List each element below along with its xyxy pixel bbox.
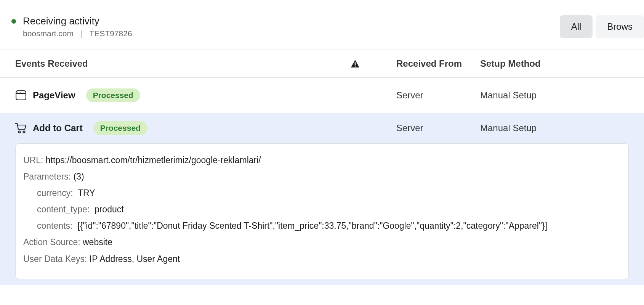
param-currency: currency: TRY	[23, 186, 621, 201]
cart-icon	[15, 122, 27, 134]
event-row-add-to-cart[interactable]: Add to Cart Processed Server Manual Setu…	[0, 113, 644, 143]
header-left: Receiving activity boosmart.com | TEST97…	[11, 15, 132, 38]
col-setup-method: Setup Method	[480, 58, 644, 69]
detail-url-value: https://boosmart.com/tr/hizmetlerimiz/go…	[46, 155, 261, 165]
svg-point-6	[20, 92, 21, 93]
detail-parameters-line: Parameters: (3)	[23, 169, 621, 184]
tab-browser[interactable]: Brows	[596, 15, 644, 38]
detail-url-label: URL:	[23, 155, 43, 165]
detail-user-data-keys-label: User Data Keys:	[23, 254, 87, 264]
browser-window-icon	[15, 90, 27, 101]
svg-point-5	[19, 92, 19, 93]
param-value: TRY	[78, 188, 95, 198]
col-warning-icon	[351, 59, 396, 68]
detail-user-data-keys-value: IP Address, User Agent	[90, 254, 180, 264]
svg-point-8	[23, 131, 25, 133]
subtitle-row: boosmart.com | TEST97826	[23, 29, 132, 38]
tabs: All Brows	[560, 15, 644, 38]
param-content-type: content_type: product	[23, 202, 621, 217]
event-cell: Add to Cart Processed	[15, 121, 351, 135]
warning-icon	[351, 59, 360, 68]
page-title: Receiving activity	[23, 15, 132, 27]
col-received-from: Received From	[396, 58, 480, 69]
setup-method-cell: Manual Setup	[480, 123, 644, 133]
param-value: [{"id":"67890","title":"Donut Friday Sce…	[77, 221, 547, 231]
detail-action-source-label: Action Source:	[23, 237, 80, 247]
domain-text: boosmart.com	[23, 29, 74, 38]
expanded-wrapper: Add to Cart Processed Server Manual Setu…	[0, 113, 644, 285]
page-header: Receiving activity boosmart.com | TEST97…	[0, 0, 644, 50]
status-badge: Processed	[93, 121, 147, 135]
param-contents: contents: [{"id":"67890","title":"Donut …	[23, 218, 621, 233]
detail-action-source-value: website	[83, 237, 112, 247]
received-from-cell: Server	[396, 123, 480, 133]
detail-parameters-label: Parameters:	[23, 172, 71, 181]
svg-point-4	[18, 92, 18, 93]
detail-action-source-line: Action Source: website	[23, 235, 621, 250]
param-key: content_type:	[37, 204, 90, 214]
param-key: currency:	[37, 188, 73, 198]
param-key: contents:	[37, 221, 72, 231]
setup-method-cell: Manual Setup	[480, 90, 644, 101]
svg-point-7	[18, 131, 20, 133]
svg-rect-1	[355, 66, 356, 67]
received-from-cell: Server	[396, 90, 480, 101]
tab-all[interactable]: All	[560, 15, 593, 38]
status-indicator-dot	[11, 19, 16, 24]
event-details-panel: URL: https://boosmart.com/tr/hizmetlerim…	[15, 143, 629, 279]
title-block: Receiving activity boosmart.com | TEST97…	[23, 15, 132, 38]
event-row-pageview[interactable]: PageView Processed Server Manual Setup	[0, 78, 644, 113]
detail-url-line: URL: https://boosmart.com/tr/hizmetlerim…	[23, 153, 621, 168]
table-header: Events Received Received From Setup Meth…	[0, 50, 644, 78]
subtitle-separator: |	[80, 29, 82, 38]
detail-parameters-count: (3)	[74, 172, 84, 181]
status-badge: Processed	[86, 88, 140, 102]
event-name: PageView	[33, 90, 75, 101]
detail-user-data-keys-line: User Data Keys: IP Address, User Agent	[23, 252, 621, 266]
param-value: product	[95, 204, 124, 214]
svg-rect-0	[355, 63, 356, 65]
col-events-received: Events Received	[15, 58, 351, 69]
pixel-id-text: TEST97826	[90, 29, 132, 38]
event-name: Add to Cart	[33, 123, 83, 133]
event-cell: PageView Processed	[15, 88, 351, 102]
